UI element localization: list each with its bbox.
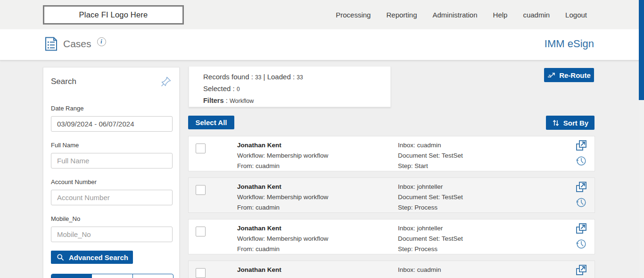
case-from: From: cuadmin [237,161,328,171]
history-icon[interactable] [575,238,587,252]
nav-item-administration[interactable]: Administration [433,11,478,19]
search-panel: Search Date Range Full Name Account Numb… [43,67,180,278]
fi-logo-placeholder: Place FI Logo Here [43,5,184,25]
nav-item-processing[interactable]: Processing [336,11,371,19]
open-case-icon[interactable] [575,264,588,278]
case-card: Jonathan Kent Workflow: Membership workf… [188,219,595,254]
case-name: Jonathan Kent [237,265,328,275]
top-bar: Place FI Logo Here Processing Reporting … [0,0,644,29]
page-scrollbar[interactable] [639,0,644,278]
case-card: Jonathan Kent Workflow: Membership workf… [188,261,595,278]
history-icon[interactable] [575,155,587,168]
account-number-input[interactable] [51,190,173,205]
page-header-bar: Cases i IMM eSign [0,29,644,60]
select-all-button[interactable]: Select All [188,116,234,129]
tab-completed[interactable]: Completed [91,274,132,278]
full-name-input[interactable] [51,153,173,168]
case-step: Step: Process [398,244,463,254]
case-checkbox[interactable] [196,227,206,236]
case-name: Jonathan Kent [237,140,328,151]
brand-title: IMM eSign [545,38,594,50]
selected-count: 0 [237,86,240,93]
nav-item-user-cuadmin[interactable]: cuadmin [523,11,550,19]
history-icon[interactable] [575,196,587,210]
info-icon[interactable]: i [97,37,106,46]
records-found-line: Records found : 33 | Loaded : 33 [203,71,390,83]
case-workflow: Workflow: Membership workflow [237,192,328,202]
fi-logo-text: Place FI Logo Here [79,10,148,19]
date-range-label: Date Range [51,105,172,112]
case-docset: Document Set: TestSet [398,234,463,244]
case-docset: Document Set: TestSet [398,151,463,161]
nav-item-logout[interactable]: Logout [565,11,587,19]
account-number-label: Account Number [51,178,172,185]
selected-line: Selected : 0 [203,83,390,95]
scrollbar-thumb[interactable] [639,0,644,100]
reroute-button[interactable]: Re-Route [544,68,594,82]
reroute-icon [547,72,555,79]
case-docset: Document Set: TestSet [398,275,463,278]
page-title: Cases [63,38,91,50]
results-summary: Records found : 33 | Loaded : 33 Selecte… [189,66,391,107]
cases-icon [45,37,58,51]
mobile-no-input[interactable] [51,227,173,242]
case-card: Jonathan Kent Workflow: Membership workf… [188,177,595,213]
advanced-search-button[interactable]: Advanced Search [51,251,133,264]
search-panel-title: Search [51,77,76,86]
case-docset: Document Set: TestSet [398,192,463,202]
pin-icon[interactable] [160,76,172,89]
case-step: Step: Start [398,161,463,171]
mobile-no-label: Mobile_No [51,215,172,222]
case-checkbox[interactable] [196,143,206,153]
nav-item-help[interactable]: Help [493,11,508,19]
case-workflow: Workflow: Membership workflow [237,275,328,278]
top-navigation: Processing Reporting Administration Help… [336,0,587,29]
case-name: Jonathan Kent [237,223,328,234]
open-case-icon[interactable] [575,222,588,237]
sort-by-button[interactable]: Sort By [546,116,594,130]
case-checkbox[interactable] [196,185,206,195]
case-checkbox[interactable] [196,268,206,278]
case-from: From: cuadmin [237,202,328,213]
search-icon [57,253,64,261]
app-window: Place FI Logo Here Processing Reporting … [0,0,644,278]
open-case-icon[interactable] [575,181,588,195]
case-inbox: Inbox: johnteller [398,223,463,234]
case-from: From: cuadmin [237,244,328,254]
date-range-input[interactable] [51,116,173,132]
nav-item-reporting[interactable]: Reporting [386,11,417,19]
status-tab-group: Active Completed Cancelled [51,274,173,278]
filters-value: Workflow [230,98,254,104]
loaded-count: 33 [297,74,303,81]
sort-icon [552,119,560,127]
open-case-icon[interactable] [575,139,588,154]
case-inbox: Inbox: johnteller [398,182,463,192]
tab-cancelled[interactable]: Cancelled [132,274,173,278]
case-inbox: Inbox: cuadmin [398,265,463,275]
case-card: Jonathan Kent Workflow: Membership workf… [188,136,595,171]
full-name-label: Full Name [51,142,172,149]
case-step: Step: Process [398,202,463,213]
case-inbox: Inbox: cuadmin [398,140,463,151]
tab-active[interactable]: Active [51,274,91,278]
records-found-count: 33 [255,74,261,81]
filters-line: Filters : Workflow [203,95,390,107]
case-name: Jonathan Kent [237,182,328,192]
case-workflow: Workflow: Membership workflow [237,151,328,161]
case-workflow: Workflow: Membership workflow [237,234,328,244]
